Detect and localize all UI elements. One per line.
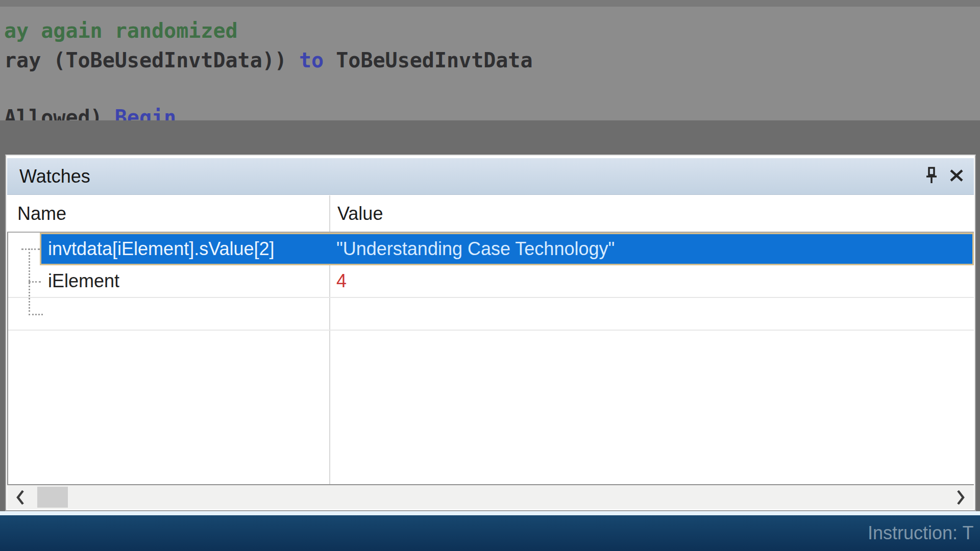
code-text: ToBeUsedInvtData (324, 48, 532, 72)
watch-row[interactable]: iElement 4 (8, 265, 974, 298)
code-line: ray (ToBeUsedInvtData)) to ToBeUsedInvtD… (4, 48, 533, 72)
scroll-right-button[interactable] (948, 485, 973, 509)
chevron-left-icon (15, 489, 26, 506)
close-icon[interactable] (948, 168, 965, 185)
code-line: Allowed) Begin (4, 105, 176, 120)
status-bar: Instruction: T (0, 515, 980, 551)
watches-header: Name Value (7, 195, 974, 232)
pin-icon[interactable] (925, 166, 938, 187)
scroll-left-button[interactable] (8, 485, 33, 509)
chevron-right-icon (955, 489, 966, 506)
watch-row-empty[interactable] (8, 298, 974, 331)
code-editor: ay again randomized ray (ToBeUsedInvtDat… (0, 0, 980, 120)
watch-value: 4 (336, 270, 347, 292)
watch-name: invtdata[iElement].sValue[2] (48, 238, 275, 260)
watches-grid: invtdata[iElement].sValue[2] "Understand… (7, 232, 974, 484)
code-keyword: Begin (115, 106, 176, 120)
code-text: ray (ToBeUsedInvtData)) (4, 48, 299, 72)
watch-row-selected[interactable]: invtdata[iElement].sValue[2] "Understand… (8, 233, 974, 265)
watches-panel: Watches Name Value (5, 155, 976, 511)
horizontal-scrollbar[interactable] (7, 484, 974, 509)
status-text: Instruction: T (868, 515, 973, 551)
highlight-strip (0, 511, 980, 515)
watches-titlebar: Watches (7, 158, 974, 195)
watch-value: "Understanding Case Technology" (336, 238, 615, 260)
column-header-name[interactable]: Name (17, 195, 66, 232)
column-header-value[interactable]: Value (337, 195, 383, 232)
watches-title: Watches (19, 158, 90, 195)
code-comment: ay again randomized (4, 19, 238, 42)
code-text: Allowed) (4, 106, 115, 120)
screen: ay again randomized ray (ToBeUsedInvtDat… (0, 0, 980, 551)
code-keyword: to (299, 48, 324, 72)
code-line: ay again randomized (4, 18, 238, 43)
watch-name: iElement (48, 270, 119, 292)
scrollbar-thumb[interactable] (37, 487, 68, 508)
